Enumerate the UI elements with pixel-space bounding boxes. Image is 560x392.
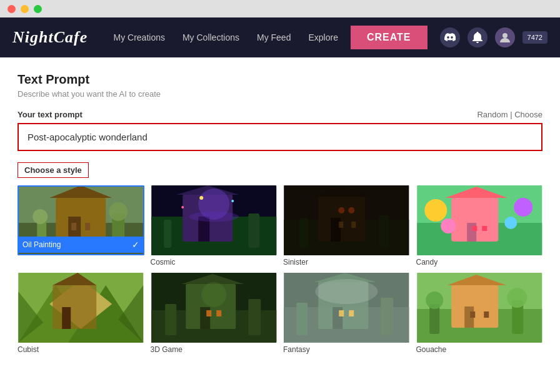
title-bar <box>0 0 560 17</box>
style-item-cosmic[interactable]: Cosmic <box>151 185 278 267</box>
svg-rect-88 <box>484 311 489 318</box>
nav-icons: 7472 <box>440 27 548 47</box>
style-label-text-3dgame: 3D Game <box>151 345 278 354</box>
style-item-oil-painting[interactable]: Oil Painting ✓ <box>18 185 144 267</box>
svg-point-10 <box>32 209 48 224</box>
style-label-text-gouache: Gouache <box>416 345 543 354</box>
svg-point-20 <box>181 206 184 208</box>
style-item-sinister[interactable]: Sinister <box>283 185 410 267</box>
style-grid: Oil Painting ✓ <box>18 185 542 354</box>
nav-my-creations[interactable]: My Creations <box>113 32 164 42</box>
nav-my-feed[interactable]: My Feed <box>257 32 291 42</box>
style-label-text-sinister: Sinister <box>283 258 410 267</box>
style-section-label: Choose a style <box>18 162 89 178</box>
create-button[interactable]: CREATE <box>351 26 428 49</box>
svg-point-41 <box>424 199 447 222</box>
style-label-text-oil: Oil Painting <box>22 240 61 249</box>
svg-rect-87 <box>470 311 475 318</box>
prompt-links: Random | Choose <box>477 110 542 119</box>
svg-rect-8 <box>71 223 76 230</box>
style-item-3d-game[interactable]: 3D Game <box>151 273 278 354</box>
nav-links: My Creations My Collections My Feed Expl… <box>113 32 338 42</box>
svg-point-43 <box>441 218 456 233</box>
style-item-fantasy[interactable]: Fantasy <box>283 273 410 354</box>
style-item-candy[interactable]: Candy <box>416 185 543 267</box>
svg-point-42 <box>514 198 532 217</box>
svg-rect-76 <box>339 310 344 316</box>
avatar[interactable] <box>495 27 515 47</box>
svg-rect-80 <box>451 285 498 328</box>
prompt-label: Your text prompt <box>18 110 82 119</box>
style-label-text-candy: Candy <box>416 258 543 267</box>
random-link[interactable]: Random <box>477 110 508 119</box>
style-item-cubist[interactable]: Cubist <box>18 273 144 354</box>
svg-rect-46 <box>482 226 487 231</box>
svg-rect-53 <box>62 307 71 329</box>
svg-rect-35 <box>284 185 409 255</box>
svg-rect-66 <box>151 273 276 343</box>
svg-rect-40 <box>467 223 476 242</box>
main-content: Text Prompt Describe what you want the A… <box>0 57 560 392</box>
svg-point-85 <box>426 292 443 309</box>
svg-rect-22 <box>248 213 259 248</box>
discord-icon[interactable] <box>440 27 460 47</box>
style-label-text-cosmic: Cosmic <box>151 258 278 267</box>
svg-rect-9 <box>85 223 90 230</box>
check-icon-oil: ✓ <box>132 240 139 250</box>
svg-point-44 <box>504 217 517 229</box>
maximize-button[interactable] <box>34 5 42 13</box>
nav-my-collections[interactable]: My Collections <box>182 32 239 42</box>
svg-rect-51 <box>52 285 96 329</box>
svg-point-19 <box>231 200 234 202</box>
prompt-label-row: Your text prompt Random | Choose <box>18 110 542 119</box>
svg-point-18 <box>199 196 203 200</box>
bell-icon[interactable] <box>468 27 488 47</box>
style-label-text-fantasy: Fantasy <box>283 345 410 354</box>
style-label-text-cubist: Cubist <box>18 345 144 354</box>
style-label-bar-oil: Oil Painting ✓ <box>18 237 144 253</box>
choose-link[interactable]: Choose <box>514 110 542 119</box>
prompt-input[interactable] <box>18 123 542 151</box>
svg-point-0 <box>502 33 508 38</box>
page-title: Text Prompt <box>18 72 542 87</box>
svg-rect-77 <box>349 310 354 316</box>
svg-point-75 <box>315 279 378 304</box>
minimize-button[interactable] <box>21 5 29 13</box>
credit-count[interactable]: 7472 <box>522 31 548 44</box>
logo: NightCafe <box>12 28 101 47</box>
navbar: NightCafe My Creations My Collections My… <box>0 17 560 57</box>
svg-rect-21 <box>164 220 171 248</box>
svg-point-23 <box>189 212 239 222</box>
svg-point-86 <box>507 288 527 308</box>
nav-explore[interactable]: Explore <box>308 32 338 42</box>
svg-rect-45 <box>472 226 477 231</box>
svg-point-11 <box>109 202 128 221</box>
close-button[interactable] <box>8 5 16 13</box>
style-item-gouache[interactable]: Gouache <box>416 273 543 354</box>
page-subtitle: Describe what you want the AI to create <box>18 89 542 99</box>
